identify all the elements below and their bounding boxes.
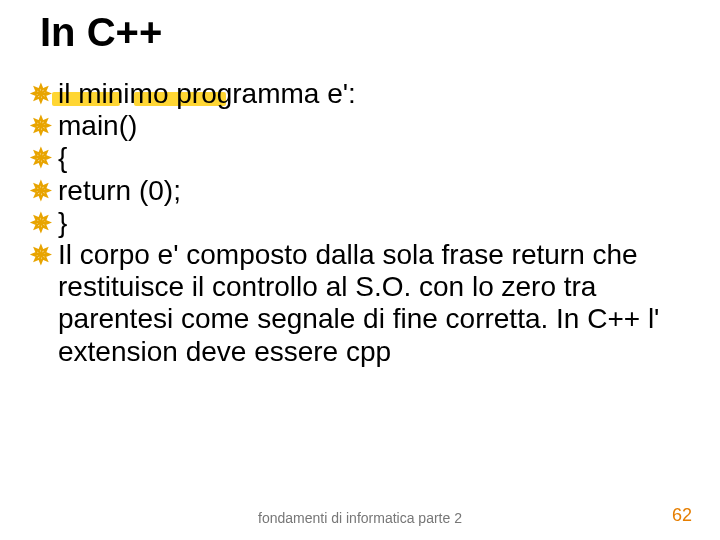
star-bullet-icon: ✵ (30, 177, 52, 207)
star-bullet-icon: ✵ (30, 209, 52, 239)
star-bullet-icon: ✵ (30, 144, 52, 174)
bullet-text: il minimo programma e': (58, 78, 356, 110)
slide-title: In C++ (40, 10, 162, 55)
bullet-text: { (58, 142, 67, 174)
bullet-text-content: il minimo programma e': (58, 78, 356, 109)
footer-text: fondamenti di informatica parte 2 (0, 510, 720, 526)
page-number: 62 (672, 505, 692, 526)
star-bullet-icon: ✵ (30, 80, 52, 110)
bullet-text: Il corpo e' composto dalla sola frase re… (58, 239, 700, 368)
bullet-item: ✵ return (0); (30, 175, 700, 207)
slide-body: ✵ il minimo programma e': ✵ main() ✵ { ✵… (30, 78, 700, 368)
bullet-text: } (58, 207, 67, 239)
bullet-text: main() (58, 110, 137, 142)
bullet-item: ✵ { (30, 142, 700, 174)
bullet-item: ✵ il minimo programma e': (30, 78, 700, 110)
bullet-text: return (0); (58, 175, 181, 207)
bullet-item: ✵ } (30, 207, 700, 239)
bullet-item: ✵ main() (30, 110, 700, 142)
star-bullet-icon: ✵ (30, 112, 52, 142)
slide: In C++ ✵ il minimo programma e': ✵ main(… (0, 0, 720, 540)
star-bullet-icon: ✵ (30, 241, 52, 271)
bullet-item: ✵ Il corpo e' composto dalla sola frase … (30, 239, 700, 368)
